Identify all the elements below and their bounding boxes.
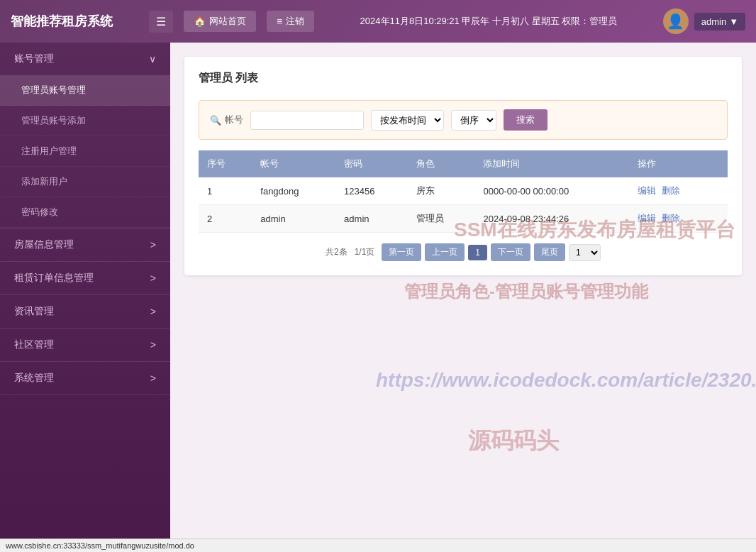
action-cell-row-1: 编辑删除 — [629, 205, 728, 233]
watermark-role: 管理员角色-管理员账号管理功能 — [404, 280, 648, 303]
sidebar-group-news-arrow: > — [150, 306, 156, 317]
search-bar: 🔍 帐号 按发布时间 按更新时间 按ID 倒序 正序 搜索 — [199, 100, 728, 140]
watermark-url: https://www.icodedock.com/article/2320.h… — [376, 369, 756, 392]
sidebar-group-system[interactable]: 系统管理 > — [0, 362, 170, 394]
sidebar-section-community: 社区管理 > — [0, 329, 170, 362]
page-info: 1/1页 — [355, 246, 375, 258]
cell-2-row-1: admin — [335, 205, 407, 233]
home-icon: 🏠 — [194, 16, 206, 27]
delete-link[interactable]: 删除 — [662, 185, 680, 196]
col-header-time: 添加时间 — [474, 150, 629, 177]
cell-4-row-0: 0000-00-00 00:00:00 — [474, 177, 629, 205]
statusbar: www.csbishe.cn:33333/ssm_mutifangwuzusit… — [0, 539, 756, 552]
sidebar-group-system-arrow: > — [150, 372, 156, 384]
prev-page-button[interactable]: 上一页 — [425, 243, 465, 261]
sidebar-section-news: 资讯管理 > — [0, 295, 170, 329]
edit-link[interactable]: 编辑 — [638, 185, 656, 196]
sidebar-group-rental[interactable]: 租赁订单信息管理 > — [0, 262, 170, 294]
sidebar-group-news[interactable]: 资讯管理 > — [0, 295, 170, 328]
statusbar-url: www.csbishe.cn:33333/ssm_mutifangwuzusit… — [6, 541, 194, 550]
watermark-source: 源码码头 — [468, 426, 559, 457]
col-header-id: 序号 — [199, 150, 252, 177]
sidebar-section-rental: 租赁订单信息管理 > — [0, 262, 170, 295]
sidebar-section-account: 账号管理 ∨ 管理员账号管理 管理员账号添加 注册用户管理 添加新用户 密码修改 — [0, 43, 170, 228]
sidebar-group-system-label: 系统管理 — [14, 372, 54, 385]
sidebar-group-news-label: 资讯管理 — [14, 305, 54, 318]
search-button[interactable]: 搜索 — [504, 109, 547, 131]
admin-section: 👤 admin ▼ — [663, 9, 745, 34]
search-label: 🔍 帐号 — [210, 114, 243, 126]
sidebar-group-house-label: 房屋信息管理 — [14, 238, 74, 251]
home-nav-label: 网站首页 — [209, 15, 246, 28]
table-row: 1fangdong123456房东0000-00-00 00:00:00编辑删除 — [199, 177, 728, 205]
sidebar-group-house-arrow: > — [150, 239, 156, 250]
col-header-actions: 操作 — [629, 150, 728, 177]
cell-3-row-0: 房东 — [408, 177, 475, 205]
sidebar-item-admin-account[interactable]: 管理员账号管理 — [0, 75, 170, 106]
cell-3-row-1: 管理员 — [408, 205, 475, 233]
table-row: 2adminadmin管理员2024-09-08 23:44:26编辑删除 — [199, 205, 728, 233]
col-header-password: 密码 — [335, 150, 407, 177]
sidebar-group-community[interactable]: 社区管理 > — [0, 329, 170, 361]
cell-1-row-1: admin — [252, 205, 335, 233]
avatar: 👤 — [663, 9, 689, 34]
page-size-select[interactable]: 1 2 5 10 — [569, 244, 601, 261]
sidebar-group-rental-label: 租赁订单信息管理 — [14, 272, 94, 285]
sidebar-group-house[interactable]: 房屋信息管理 > — [0, 228, 170, 261]
cell-0-row-1: 2 — [199, 205, 252, 233]
col-header-role: 角色 — [408, 150, 475, 177]
delete-link[interactable]: 删除 — [662, 213, 680, 223]
main-content: SSM在线房东发布房屋租赁平台 管理员角色-管理员账号管理功能 https://… — [170, 43, 756, 552]
home-nav-button[interactable]: 🏠 网站首页 — [184, 11, 256, 32]
card-title: 管理员 列表 — [199, 71, 728, 86]
cell-2-row-0: 123456 — [335, 177, 407, 205]
total-info: 共2条 — [326, 246, 348, 258]
admin-dropdown-button[interactable]: admin ▼ — [694, 13, 745, 31]
action-cell-row-0: 编辑删除 — [629, 177, 728, 205]
search-input[interactable] — [250, 111, 364, 130]
sidebar-item-admin-add[interactable]: 管理员账号添加 — [0, 106, 170, 136]
sidebar-group-community-label: 社区管理 — [14, 338, 54, 351]
sidebar-section-system: 系统管理 > — [0, 362, 170, 395]
data-table: 序号 帐号 密码 角色 添加时间 操作 1fangdong123456房东000… — [199, 150, 728, 233]
next-page-button[interactable]: 下一页 — [491, 243, 530, 261]
sidebar-group-account[interactable]: 账号管理 ∨ — [0, 43, 170, 75]
content-card: 管理员 列表 🔍 帐号 按发布时间 按更新时间 按ID 倒序 正序 搜索 — [184, 57, 742, 275]
app-logo: 智能推荐租房系统 — [11, 13, 138, 30]
table-header-row: 序号 帐号 密码 角色 添加时间 操作 — [199, 150, 728, 177]
cell-4-row-1: 2024-09-08 23:44:26 — [474, 205, 629, 233]
cell-0-row-0: 1 — [199, 177, 252, 205]
sidebar-group-account-label: 账号管理 — [14, 53, 54, 65]
sidebar-item-user-manage[interactable]: 注册用户管理 — [0, 136, 170, 167]
pagination: 共2条 1/1页 第一页 上一页 1 下一页 尾页 1 2 5 10 — [199, 243, 728, 261]
last-page-button[interactable]: 尾页 — [534, 243, 565, 261]
search-icon: 🔍 — [210, 115, 221, 126]
menu-toggle-button[interactable]: ☰ — [149, 11, 173, 33]
admin-name: admin — [701, 16, 726, 27]
logout-nav-label: 注销 — [286, 15, 304, 28]
sidebar: 账号管理 ∨ 管理员账号管理 管理员账号添加 注册用户管理 添加新用户 密码修改… — [0, 43, 170, 552]
sidebar-group-account-arrow: ∨ — [149, 53, 156, 65]
sort-select[interactable]: 按发布时间 按更新时间 按ID — [371, 110, 444, 131]
sidebar-group-community-arrow: > — [150, 339, 156, 350]
order-select[interactable]: 倒序 正序 — [451, 110, 496, 131]
col-header-account: 帐号 — [252, 150, 335, 177]
dropdown-arrow-icon: ▼ — [729, 16, 738, 27]
first-page-button[interactable]: 第一页 — [382, 243, 421, 261]
current-page-button[interactable]: 1 — [468, 245, 487, 260]
logout-icon: ≡ — [277, 16, 282, 27]
sidebar-group-rental-arrow: > — [150, 272, 156, 284]
sidebar-item-add-user[interactable]: 添加新用户 — [0, 167, 170, 197]
edit-link[interactable]: 编辑 — [638, 213, 656, 223]
sidebar-item-change-password[interactable]: 密码修改 — [0, 197, 170, 228]
sidebar-section-house: 房屋信息管理 > — [0, 228, 170, 262]
logout-nav-button[interactable]: ≡ 注销 — [267, 11, 314, 32]
datetime-display: 2024年11月8日10:29:21 甲辰年 十月初八 星期五 权限：管理员 — [325, 15, 652, 28]
cell-1-row-0: fangdong — [252, 177, 335, 205]
